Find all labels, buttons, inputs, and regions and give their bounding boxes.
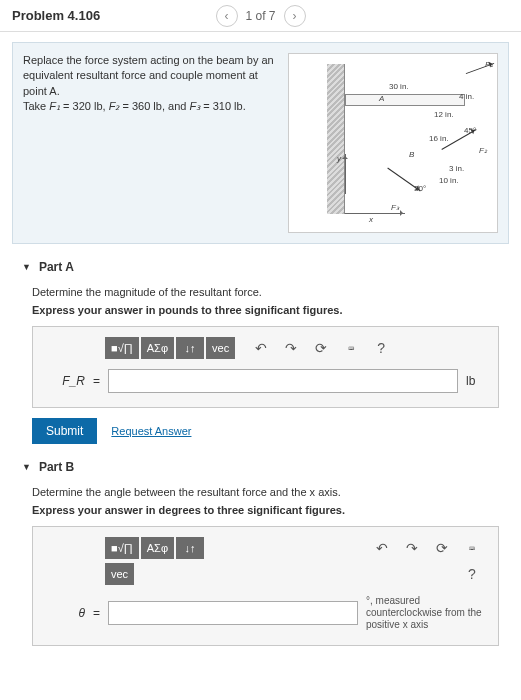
- undo-button[interactable]: ↶: [368, 537, 396, 559]
- prev-button[interactable]: ‹: [215, 5, 237, 27]
- equals-sign: =: [93, 606, 100, 620]
- part-a-instruction: Express your answer in pounds to three s…: [32, 304, 499, 316]
- part-b-instruction: Express your answer in degrees to three …: [32, 504, 499, 516]
- part-b-toolbar-row1: ■√∏ ΑΣφ ↓↑ ↶ ↷ ⟳ ⌨: [105, 537, 486, 559]
- part-a-unit: lb: [466, 374, 486, 388]
- part-a-section: ▼ Part A Determine the magnitude of the …: [22, 260, 499, 444]
- f2-val: = 360 lb, and: [119, 100, 189, 112]
- vec-button[interactable]: vec: [105, 563, 134, 585]
- part-a-actions: Submit Request Answer: [32, 418, 499, 444]
- reset-button[interactable]: ⟳: [428, 537, 456, 559]
- point-a: A: [379, 94, 384, 103]
- submit-button[interactable]: Submit: [32, 418, 97, 444]
- f3-label: F₃: [189, 100, 200, 112]
- f1-label: F₁: [49, 100, 60, 112]
- force-f3-label: F₃: [391, 203, 399, 212]
- angle-30: 30°: [414, 184, 426, 193]
- help-button[interactable]: ?: [458, 563, 486, 585]
- problem-line1: Replace the force system acting on the b…: [23, 54, 274, 97]
- wall: [327, 64, 345, 214]
- axis-y-label: y: [337, 154, 341, 163]
- angle-45: 45°: [464, 126, 476, 135]
- part-a-variable: F_R: [45, 374, 85, 388]
- dim-4: 4 in.: [459, 92, 474, 101]
- f1-val: = 320 lb,: [60, 100, 109, 112]
- f3-val: = 310 lb.: [200, 100, 246, 112]
- point-b: B: [409, 150, 414, 159]
- part-b-input[interactable]: [108, 601, 358, 625]
- reset-button[interactable]: ⟳: [307, 337, 335, 359]
- caret-down-icon: ▼: [22, 262, 31, 272]
- caret-down-icon: ▼: [22, 462, 31, 472]
- undo-button[interactable]: ↶: [247, 337, 275, 359]
- part-b-body: Determine the angle between the resultan…: [22, 486, 499, 646]
- redo-button[interactable]: ↷: [277, 337, 305, 359]
- templates-button[interactable]: ■√∏: [105, 537, 139, 559]
- axis-x-line: [345, 213, 405, 214]
- part-b-suffix: °, measured counterclockwise from the po…: [366, 595, 486, 631]
- part-b-section: ▼ Part B Determine the angle between the…: [22, 460, 499, 646]
- part-a-question: Determine the magnitude of the resultant…: [32, 286, 499, 298]
- help-button[interactable]: ?: [367, 337, 395, 359]
- part-b-title: Part B: [39, 460, 74, 474]
- subsup-button[interactable]: ↓↑: [176, 537, 204, 559]
- problem-line2-prefix: Take: [23, 100, 49, 112]
- part-b-answer-box: ■√∏ ΑΣφ ↓↑ ↶ ↷ ⟳ ⌨ vec ? θ = °, measured…: [32, 526, 499, 646]
- keyboard-button[interactable]: ⌨: [458, 537, 486, 559]
- problem-text: Replace the force system acting on the b…: [23, 53, 278, 233]
- part-b-variable: θ: [45, 606, 85, 620]
- dim-10: 10 in.: [439, 176, 459, 185]
- page-header: Problem 4.106 ‹ 1 of 7 ›: [0, 0, 521, 32]
- part-b-header[interactable]: ▼ Part B: [22, 460, 499, 474]
- dim-30: 30 in.: [389, 82, 409, 91]
- subsup-button[interactable]: ↓↑: [176, 337, 204, 359]
- greek-button[interactable]: ΑΣφ: [141, 537, 174, 559]
- request-answer-link[interactable]: Request Answer: [111, 425, 191, 437]
- keyboard-button[interactable]: ⌨: [337, 337, 365, 359]
- axis-x-label: x: [369, 215, 373, 224]
- greek-button[interactable]: ΑΣφ: [141, 337, 174, 359]
- part-a-toolbar: ■√∏ ΑΣφ ↓↑ vec ↶ ↷ ⟳ ⌨ ?: [105, 337, 486, 359]
- problem-statement: Replace the force system acting on the b…: [12, 42, 509, 244]
- part-a-body: Determine the magnitude of the resultant…: [22, 286, 499, 444]
- problem-figure: y x 30 in. 4 in. 12 in. 16 in. 3 in. 10 …: [288, 53, 498, 233]
- part-a-input[interactable]: [108, 369, 458, 393]
- problem-title: Problem 4.106: [12, 8, 100, 23]
- beam: [345, 94, 465, 106]
- force-f1-label: F₁: [485, 60, 493, 69]
- part-a-header[interactable]: ▼ Part A: [22, 260, 499, 274]
- part-a-answer-row: F_R = lb: [45, 369, 486, 393]
- part-a-answer-box: ■√∏ ΑΣφ ↓↑ vec ↶ ↷ ⟳ ⌨ ? F_R = lb: [32, 326, 499, 408]
- vec-button[interactable]: vec: [206, 337, 235, 359]
- next-button[interactable]: ›: [284, 5, 306, 27]
- part-b-question: Determine the angle between the resultan…: [32, 486, 499, 498]
- force-f2-label: F₂: [479, 146, 487, 155]
- part-a-title: Part A: [39, 260, 74, 274]
- axis-y-line: [345, 154, 346, 194]
- equals-sign: =: [93, 374, 100, 388]
- f2-label: F₂: [109, 100, 120, 112]
- part-b-toolbar-row2: vec ?: [105, 563, 486, 585]
- dim-3: 3 in.: [449, 164, 464, 173]
- dim-16: 16 in.: [429, 134, 449, 143]
- dim-12: 12 in.: [434, 110, 454, 119]
- redo-button[interactable]: ↷: [398, 537, 426, 559]
- page-nav: ‹ 1 of 7 ›: [215, 5, 305, 27]
- nav-counter: 1 of 7: [245, 9, 275, 23]
- templates-button[interactable]: ■√∏: [105, 337, 139, 359]
- part-b-answer-row: θ = °, measured counterclockwise from th…: [45, 595, 486, 631]
